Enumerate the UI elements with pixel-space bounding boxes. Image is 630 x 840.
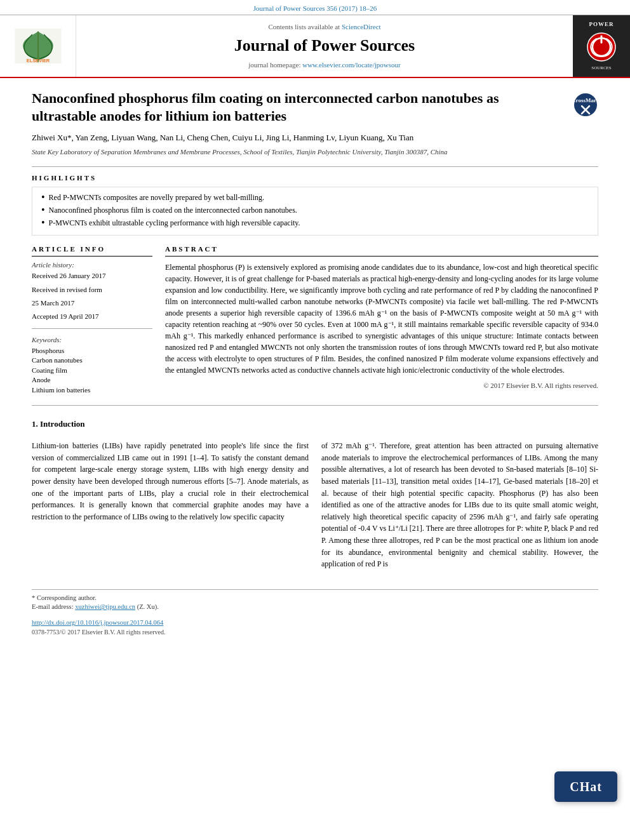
introduction-col-1: Lithium-ion batteries (LIBs) have rapidl… <box>32 440 309 570</box>
introduction-section: 1. Introduction Lithium-ion batteries (L… <box>32 418 598 570</box>
keyword-5: Lithium ion batteries <box>32 385 152 395</box>
keyword-1: Phosphorus <box>32 346 152 356</box>
intro-text-col1: Lithium-ion batteries (LIBs) have rapidl… <box>32 440 309 523</box>
divider-info <box>32 328 152 329</box>
highlights-heading: HIGHLIGHTS <box>32 173 598 183</box>
issn-text: 0378-7753/© 2017 Elsevier B.V. All right… <box>32 629 165 636</box>
highlight-item-1: • Red P-MWCNTs composites are novelly pr… <box>41 192 589 203</box>
revised-label: Received in revised form <box>32 285 152 295</box>
introduction-title: 1. Introduction <box>32 418 598 430</box>
keyword-3: Coating film <box>32 366 152 375</box>
article-info-column: ARTICLE INFO Article history: Received 2… <box>32 244 152 395</box>
doi-link[interactable]: http://dx.doi.org/10.1016/j.jpowsour.201… <box>32 619 163 626</box>
keyword-4: Anode <box>32 375 152 385</box>
divider-1 <box>32 166 598 167</box>
chat-button[interactable]: CHat <box>554 771 617 802</box>
svg-text:CrossMark: CrossMark <box>573 97 598 103</box>
authors: Zhiwei Xu*, Yan Zeng, Liyuan Wang, Nan L… <box>32 132 598 143</box>
journal-header-center: Contents lists available at ScienceDirec… <box>76 15 573 76</box>
divider-2 <box>32 405 598 406</box>
contents-line: Contents lists available at ScienceDirec… <box>268 22 380 32</box>
crossmark-icon: CrossMark <box>573 92 598 117</box>
article-title: Nanoconfined phosphorus film coating on … <box>32 90 573 126</box>
email-link[interactable]: xuzhiwei@tjpu.edu.cn <box>75 603 135 610</box>
journal-name: Journal of Power Sources <box>234 34 415 57</box>
ps-logo-bottom-text: SOURCES <box>591 65 612 72</box>
homepage-line: journal homepage: www.elsevier.com/locat… <box>248 60 400 70</box>
revised-date: 25 March 2017 <box>32 298 152 308</box>
copyright: © 2017 Elsevier B.V. All rights reserved… <box>165 381 598 390</box>
history-label: Article history: <box>32 260 152 270</box>
bullet-icon-1: • <box>41 192 45 203</box>
bottom-bar: http://dx.doi.org/10.1016/j.jpowsour.201… <box>32 618 598 637</box>
abstract-text: Elemental phosphorus (P) is extensively … <box>165 262 598 376</box>
bullet-icon-3: • <box>41 218 45 229</box>
accepted-date: Accepted 19 April 2017 <box>32 312 152 321</box>
abstract-column: ABSTRACT Elemental phosphorus (P) is ext… <box>165 244 598 395</box>
elsevier-logo: ELSEVIER <box>13 29 64 63</box>
info-abstract-section: ARTICLE INFO Article history: Received 2… <box>32 244 598 395</box>
keyword-2: Carbon nanotubes <box>32 356 152 365</box>
introduction-body: Lithium-ion batteries (LIBs) have rapidl… <box>32 440 598 570</box>
journal-reference-text: Journal of Power Sources 356 (2017) 18–2… <box>253 4 377 12</box>
svg-text:ELSEVIER: ELSEVIER <box>26 58 50 63</box>
journal-ref: Journal of Power Sources 356 (2017) 18–2… <box>0 0 630 15</box>
affiliation: State Key Laboratory of Separation Membr… <box>32 147 598 157</box>
corresponding-author: * Corresponding author. <box>32 594 598 603</box>
keywords-heading: Keywords: <box>32 335 152 345</box>
received-date: Received 26 January 2017 <box>32 271 152 281</box>
article-title-block: Nanoconfined phosphorus film coating on … <box>32 90 598 126</box>
highlight-item-2: • Nanoconfined phosphorus film is coated… <box>41 205 589 216</box>
intro-text-col2: of 372 mAh g⁻¹. Therefore, great attenti… <box>321 440 598 570</box>
main-content: Nanoconfined phosphorus film coating on … <box>0 78 630 648</box>
ps-logo-top-text: POWER <box>589 20 613 29</box>
power-sources-logo-area: POWER SOURCES <box>573 15 630 76</box>
abstract-heading: ABSTRACT <box>165 244 598 256</box>
article-info-heading: ARTICLE INFO <box>32 244 152 256</box>
power-sources-icon <box>586 31 617 63</box>
elsevier-tree-icon: ELSEVIER <box>13 29 64 63</box>
bullet-icon-2: • <box>41 205 45 216</box>
sciencedirect-link[interactable]: ScienceDirect <box>342 23 381 30</box>
introduction-col-2: of 372 mAh g⁻¹. Therefore, great attenti… <box>321 440 598 570</box>
homepage-link[interactable]: www.elsevier.com/locate/jpowsour <box>302 61 400 69</box>
highlight-item-3: • P-MWCNTs exhibit ultrastable cycling p… <box>41 218 589 229</box>
highlights-box: • Red P-MWCNTs composites are novelly pr… <box>32 187 598 236</box>
footnote-section: * Corresponding author. E-mail address: … <box>32 589 598 637</box>
elsevier-logo-area: ELSEVIER <box>0 15 76 76</box>
journal-header: ELSEVIER Contents lists available at Sci… <box>0 15 630 77</box>
power-sources-logo: POWER SOURCES <box>586 20 617 71</box>
email-footnote: E-mail address: xuzhiwei@tjpu.edu.cn (Z.… <box>32 603 598 612</box>
